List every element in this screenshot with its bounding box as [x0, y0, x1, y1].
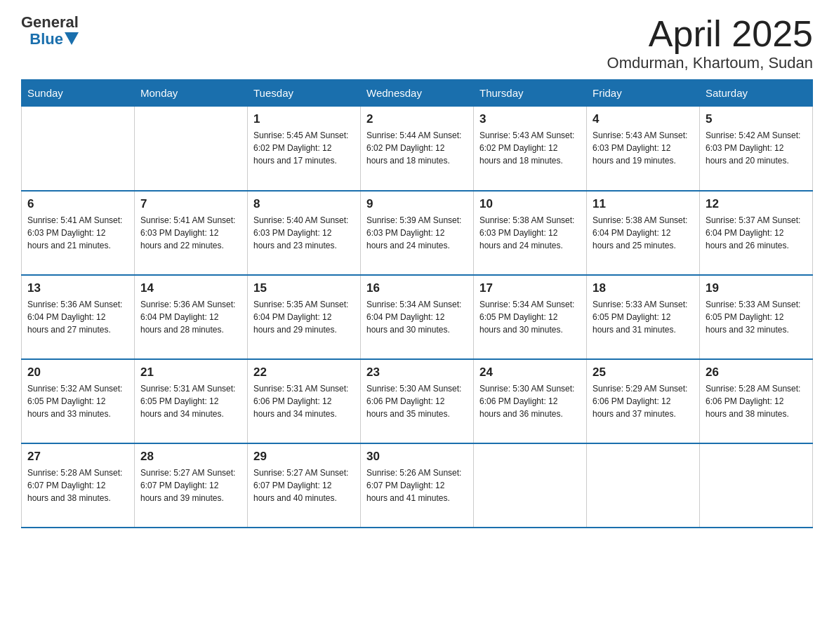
day-info: Sunrise: 5:29 AM Sunset: 6:06 PM Dayligh… — [593, 382, 694, 420]
calendar-cell: 17Sunrise: 5:34 AM Sunset: 6:05 PM Dayli… — [474, 275, 587, 359]
day-info: Sunrise: 5:31 AM Sunset: 6:06 PM Dayligh… — [253, 382, 355, 420]
header-friday: Friday — [587, 80, 700, 107]
calendar-cell: 1Sunrise: 5:45 AM Sunset: 6:02 PM Daylig… — [248, 107, 361, 191]
day-info: Sunrise: 5:30 AM Sunset: 6:06 PM Dayligh… — [366, 382, 468, 420]
day-info: Sunrise: 5:32 AM Sunset: 6:05 PM Dayligh… — [27, 382, 128, 420]
day-number: 27 — [27, 450, 128, 464]
month-title: April 2025 — [607, 14, 813, 54]
day-info: Sunrise: 5:40 AM Sunset: 6:03 PM Dayligh… — [253, 214, 355, 252]
header-monday: Monday — [135, 80, 248, 107]
calendar-cell: 29Sunrise: 5:27 AM Sunset: 6:07 PM Dayli… — [248, 443, 361, 528]
day-number: 1 — [253, 112, 355, 126]
calendar-cell: 24Sunrise: 5:30 AM Sunset: 6:06 PM Dayli… — [474, 359, 587, 443]
week-row-0: 1Sunrise: 5:45 AM Sunset: 6:02 PM Daylig… — [22, 107, 813, 191]
header-row: Sunday Monday Tuesday Wednesday Thursday… — [22, 80, 813, 107]
calendar-cell: 20Sunrise: 5:32 AM Sunset: 6:05 PM Dayli… — [22, 359, 135, 443]
calendar-cell: 26Sunrise: 5:28 AM Sunset: 6:06 PM Dayli… — [700, 359, 813, 443]
day-number: 17 — [479, 281, 581, 295]
calendar-cell: 16Sunrise: 5:34 AM Sunset: 6:04 PM Dayli… — [361, 275, 474, 359]
calendar-cell — [135, 107, 248, 191]
day-number: 6 — [27, 197, 128, 211]
day-info: Sunrise: 5:27 AM Sunset: 6:07 PM Dayligh… — [140, 467, 241, 504]
calendar-cell: 27Sunrise: 5:28 AM Sunset: 6:07 PM Dayli… — [22, 443, 135, 528]
day-info: Sunrise: 5:31 AM Sunset: 6:05 PM Dayligh… — [140, 382, 241, 420]
day-info: Sunrise: 5:33 AM Sunset: 6:05 PM Dayligh… — [593, 298, 694, 336]
day-info: Sunrise: 5:36 AM Sunset: 6:04 PM Dayligh… — [27, 298, 128, 336]
week-row-4: 27Sunrise: 5:28 AM Sunset: 6:07 PM Dayli… — [22, 443, 813, 528]
header-tuesday: Tuesday — [248, 80, 361, 107]
week-row-1: 6Sunrise: 5:41 AM Sunset: 6:03 PM Daylig… — [22, 191, 813, 275]
logo-triangle-icon — [65, 32, 79, 46]
day-info: Sunrise: 5:34 AM Sunset: 6:04 PM Dayligh… — [366, 298, 468, 336]
week-row-3: 20Sunrise: 5:32 AM Sunset: 6:05 PM Dayli… — [22, 359, 813, 443]
day-info: Sunrise: 5:30 AM Sunset: 6:06 PM Dayligh… — [479, 382, 581, 420]
header-thursday: Thursday — [474, 80, 587, 107]
day-number: 7 — [140, 197, 241, 211]
day-number: 5 — [706, 112, 807, 126]
header-sunday: Sunday — [22, 80, 135, 107]
day-number: 15 — [253, 281, 355, 295]
calendar-cell: 15Sunrise: 5:35 AM Sunset: 6:04 PM Dayli… — [248, 275, 361, 359]
day-info: Sunrise: 5:38 AM Sunset: 6:03 PM Dayligh… — [479, 214, 581, 252]
day-info: Sunrise: 5:41 AM Sunset: 6:03 PM Dayligh… — [140, 214, 241, 252]
svg-marker-0 — [65, 32, 79, 45]
calendar-cell: 11Sunrise: 5:38 AM Sunset: 6:04 PM Dayli… — [587, 191, 700, 275]
day-number: 25 — [593, 365, 694, 380]
calendar-cell: 10Sunrise: 5:38 AM Sunset: 6:03 PM Dayli… — [474, 191, 587, 275]
calendar-cell — [474, 443, 587, 528]
calendar-cell: 21Sunrise: 5:31 AM Sunset: 6:05 PM Dayli… — [135, 359, 248, 443]
day-info: Sunrise: 5:28 AM Sunset: 6:07 PM Dayligh… — [27, 467, 128, 504]
day-info: Sunrise: 5:44 AM Sunset: 6:02 PM Dayligh… — [366, 129, 468, 167]
calendar-header: Sunday Monday Tuesday Wednesday Thursday… — [22, 80, 813, 107]
calendar-cell: 4Sunrise: 5:43 AM Sunset: 6:03 PM Daylig… — [587, 107, 700, 191]
day-number: 19 — [706, 281, 807, 295]
day-number: 14 — [140, 281, 241, 295]
day-number: 12 — [706, 197, 807, 211]
calendar-cell: 22Sunrise: 5:31 AM Sunset: 6:06 PM Dayli… — [248, 359, 361, 443]
day-info: Sunrise: 5:33 AM Sunset: 6:05 PM Dayligh… — [706, 298, 807, 336]
calendar-cell — [587, 443, 700, 528]
day-number: 4 — [593, 112, 694, 126]
calendar-cell: 8Sunrise: 5:40 AM Sunset: 6:03 PM Daylig… — [248, 191, 361, 275]
calendar-body: 1Sunrise: 5:45 AM Sunset: 6:02 PM Daylig… — [22, 107, 813, 528]
calendar-cell: 6Sunrise: 5:41 AM Sunset: 6:03 PM Daylig… — [22, 191, 135, 275]
day-number: 13 — [27, 281, 128, 295]
day-info: Sunrise: 5:34 AM Sunset: 6:05 PM Dayligh… — [479, 298, 581, 336]
logo: General Blue — [21, 14, 79, 48]
day-info: Sunrise: 5:37 AM Sunset: 6:04 PM Dayligh… — [706, 214, 807, 252]
location-subtitle: Omdurman, Khartoum, Sudan — [607, 54, 813, 72]
day-info: Sunrise: 5:38 AM Sunset: 6:04 PM Dayligh… — [593, 214, 694, 252]
header-saturday: Saturday — [700, 80, 813, 107]
day-number: 24 — [479, 365, 581, 380]
calendar-table: Sunday Monday Tuesday Wednesday Thursday… — [21, 79, 813, 528]
calendar-cell: 18Sunrise: 5:33 AM Sunset: 6:05 PM Dayli… — [587, 275, 700, 359]
day-number: 9 — [366, 197, 468, 211]
day-number: 3 — [479, 112, 581, 126]
day-number: 10 — [479, 197, 581, 211]
day-number: 20 — [27, 365, 128, 380]
day-number: 29 — [253, 450, 355, 464]
calendar-cell — [22, 107, 135, 191]
title-block: April 2025 Omdurman, Khartoum, Sudan — [607, 14, 813, 72]
calendar-cell: 7Sunrise: 5:41 AM Sunset: 6:03 PM Daylig… — [135, 191, 248, 275]
day-info: Sunrise: 5:36 AM Sunset: 6:04 PM Dayligh… — [140, 298, 241, 336]
calendar-cell: 13Sunrise: 5:36 AM Sunset: 6:04 PM Dayli… — [22, 275, 135, 359]
week-row-2: 13Sunrise: 5:36 AM Sunset: 6:04 PM Dayli… — [22, 275, 813, 359]
day-number: 18 — [593, 281, 694, 295]
day-number: 2 — [366, 112, 468, 126]
day-number: 28 — [140, 450, 241, 464]
calendar-cell — [700, 443, 813, 528]
day-number: 11 — [593, 197, 694, 211]
calendar-cell: 28Sunrise: 5:27 AM Sunset: 6:07 PM Dayli… — [135, 443, 248, 528]
day-number: 8 — [253, 197, 355, 211]
calendar-cell: 30Sunrise: 5:26 AM Sunset: 6:07 PM Dayli… — [361, 443, 474, 528]
calendar-cell: 14Sunrise: 5:36 AM Sunset: 6:04 PM Dayli… — [135, 275, 248, 359]
calendar-cell: 3Sunrise: 5:43 AM Sunset: 6:02 PM Daylig… — [474, 107, 587, 191]
day-info: Sunrise: 5:35 AM Sunset: 6:04 PM Dayligh… — [253, 298, 355, 336]
day-number: 16 — [366, 281, 468, 295]
calendar-cell: 5Sunrise: 5:42 AM Sunset: 6:03 PM Daylig… — [700, 107, 813, 191]
day-info: Sunrise: 5:39 AM Sunset: 6:03 PM Dayligh… — [366, 214, 468, 252]
page-header: General Blue April 2025 Omdurman, Kharto… — [21, 14, 813, 72]
day-info: Sunrise: 5:28 AM Sunset: 6:06 PM Dayligh… — [706, 382, 807, 420]
day-info: Sunrise: 5:41 AM Sunset: 6:03 PM Dayligh… — [27, 214, 128, 252]
